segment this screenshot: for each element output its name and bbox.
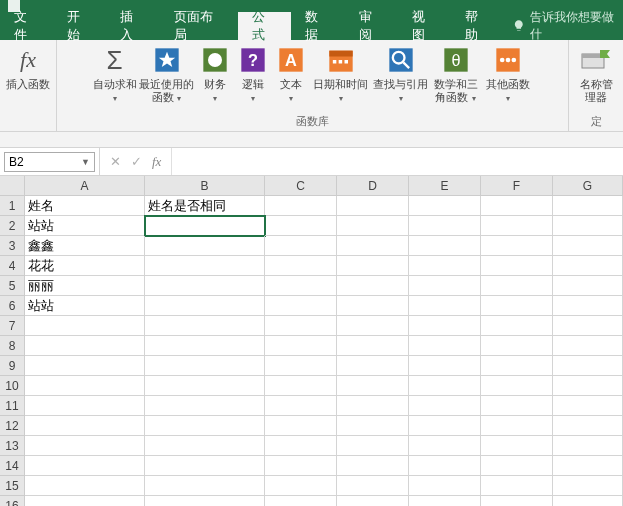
tab-home[interactable]: 开始 <box>53 12 106 40</box>
column-header[interactable]: C <box>265 176 337 196</box>
other-functions-button[interactable]: 其他函数▾ <box>483 44 533 105</box>
cell[interactable] <box>337 316 409 336</box>
cell[interactable] <box>553 296 623 316</box>
cell[interactable] <box>409 376 481 396</box>
cell[interactable] <box>409 396 481 416</box>
cell[interactable] <box>25 456 145 476</box>
cell[interactable] <box>337 356 409 376</box>
cell[interactable] <box>409 216 481 236</box>
column-header[interactable]: D <box>337 176 409 196</box>
cell[interactable] <box>265 436 337 456</box>
cell[interactable] <box>145 316 265 336</box>
logical-button[interactable]: ? 逻辑▾ <box>235 44 271 105</box>
tab-review[interactable]: 审阅 <box>345 12 398 40</box>
cell[interactable] <box>265 416 337 436</box>
lookup-button[interactable]: 查找与引用▾ <box>373 44 429 105</box>
cell[interactable] <box>481 336 553 356</box>
tab-data[interactable]: 数据 <box>291 12 344 40</box>
cell[interactable] <box>553 196 623 216</box>
row-header[interactable]: 6 <box>0 296 25 316</box>
cell[interactable] <box>25 316 145 336</box>
cell[interactable] <box>481 276 553 296</box>
cell[interactable] <box>265 276 337 296</box>
cell[interactable] <box>265 496 337 506</box>
cell[interactable] <box>409 336 481 356</box>
cell[interactable] <box>481 256 553 276</box>
formula-input[interactable] <box>171 148 623 175</box>
cell[interactable] <box>337 436 409 456</box>
cell[interactable] <box>337 276 409 296</box>
row-header[interactable]: 3 <box>0 236 25 256</box>
cell[interactable] <box>25 336 145 356</box>
row-header[interactable]: 9 <box>0 356 25 376</box>
cell[interactable] <box>145 356 265 376</box>
cell[interactable] <box>265 356 337 376</box>
cell[interactable] <box>481 496 553 506</box>
row-header[interactable]: 5 <box>0 276 25 296</box>
cell[interactable] <box>481 296 553 316</box>
cell[interactable] <box>337 216 409 236</box>
row-header[interactable]: 8 <box>0 336 25 356</box>
cell[interactable] <box>265 196 337 216</box>
cell[interactable] <box>553 376 623 396</box>
cell[interactable] <box>265 476 337 496</box>
cell[interactable] <box>145 216 265 236</box>
cell[interactable] <box>337 376 409 396</box>
cell[interactable] <box>481 376 553 396</box>
cell[interactable] <box>145 456 265 476</box>
cell[interactable]: 丽丽 <box>25 276 145 296</box>
tab-insert[interactable]: 插入 <box>106 12 159 40</box>
cell[interactable] <box>337 296 409 316</box>
cell[interactable] <box>481 316 553 336</box>
cell[interactable]: 站站 <box>25 216 145 236</box>
cell[interactable] <box>145 416 265 436</box>
cell[interactable] <box>337 496 409 506</box>
tab-page-layout[interactable]: 页面布局 <box>160 12 238 40</box>
cell[interactable] <box>409 296 481 316</box>
cell[interactable] <box>145 296 265 316</box>
cell[interactable] <box>481 236 553 256</box>
cell[interactable] <box>25 356 145 376</box>
cell[interactable] <box>553 216 623 236</box>
cell[interactable] <box>265 336 337 356</box>
cell[interactable] <box>265 256 337 276</box>
cell[interactable] <box>145 436 265 456</box>
cell[interactable] <box>481 216 553 236</box>
cell[interactable] <box>481 476 553 496</box>
cell[interactable] <box>337 256 409 276</box>
cell[interactable]: 鑫鑫 <box>25 236 145 256</box>
row-header[interactable]: 15 <box>0 476 25 496</box>
column-header[interactable]: E <box>409 176 481 196</box>
cell[interactable] <box>25 396 145 416</box>
tab-help[interactable]: 帮助 <box>451 12 504 40</box>
cell[interactable] <box>25 496 145 506</box>
cell[interactable] <box>145 236 265 256</box>
cell[interactable] <box>145 336 265 356</box>
column-header[interactable]: F <box>481 176 553 196</box>
insert-function-button[interactable]: fx 插入函数 <box>6 44 50 91</box>
cell[interactable] <box>145 276 265 296</box>
cell[interactable] <box>553 236 623 256</box>
cell[interactable] <box>409 476 481 496</box>
cell[interactable] <box>145 396 265 416</box>
recent-functions-button[interactable]: 最近使用的函数 ▾ <box>139 44 195 105</box>
column-header[interactable]: A <box>25 176 145 196</box>
cell[interactable] <box>553 436 623 456</box>
row-header[interactable]: 7 <box>0 316 25 336</box>
cell[interactable] <box>553 456 623 476</box>
column-header[interactable]: B <box>145 176 265 196</box>
cell[interactable] <box>25 476 145 496</box>
cell[interactable] <box>481 356 553 376</box>
cell[interactable] <box>481 436 553 456</box>
cell[interactable] <box>337 336 409 356</box>
cell[interactable] <box>265 316 337 336</box>
datetime-button[interactable]: 日期和时间▾ <box>311 44 371 105</box>
cell[interactable] <box>553 496 623 506</box>
cell[interactable] <box>553 316 623 336</box>
cell[interactable] <box>265 456 337 476</box>
cell[interactable] <box>145 496 265 506</box>
financial-button[interactable]: 财务▾ <box>197 44 233 105</box>
tab-formulas[interactable]: 公式 <box>238 12 291 40</box>
cell[interactable] <box>337 396 409 416</box>
cell[interactable] <box>25 376 145 396</box>
